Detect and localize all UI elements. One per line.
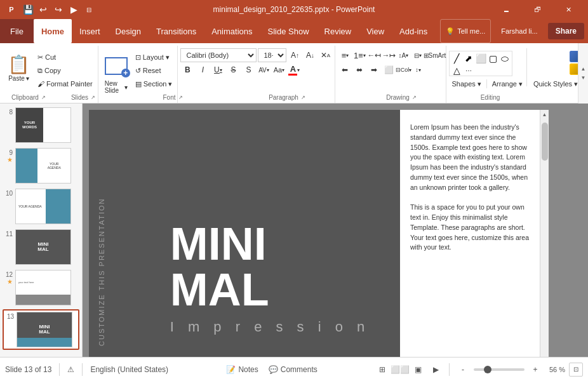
slide-thumb-13[interactable]: 13 MINI MAL	[3, 309, 79, 350]
accessibility-icon: ⚠	[67, 365, 74, 374]
decrease-font-size-button[interactable]: A↓	[303, 48, 317, 62]
notes-button[interactable]: 📝 Notes	[222, 364, 262, 375]
menu-design[interactable]: Design	[108, 19, 149, 43]
menu-user[interactable]: Farshad li...	[493, 19, 545, 43]
menu-slideshow[interactable]: Slide Show	[260, 19, 316, 43]
slide-thumb-10[interactable]: 10 YOUR AGENDA	[3, 187, 79, 225]
shape-rect-item[interactable]: ⬜	[475, 53, 486, 64]
slide-panel[interactable]: 8 YOURWORDS 9 ★ YOUR	[0, 104, 83, 357]
accessibility-button[interactable]: ⚠	[67, 365, 74, 374]
convert-smartart-button[interactable]: ⊞SmArt	[425, 48, 443, 62]
menu-home[interactable]: Home	[34, 19, 72, 43]
redo-icon[interactable]: ↪	[52, 3, 65, 16]
cut-icon: ✂	[37, 53, 43, 62]
decrease-indent-button[interactable]: ←↤	[367, 48, 381, 62]
slide-thumb-8[interactable]: 8 YOURWORDS	[3, 106, 79, 144]
cut-button[interactable]: ✂ Cut	[35, 51, 95, 64]
status-divider-1	[59, 363, 60, 376]
bold-button[interactable]: B	[180, 63, 194, 77]
slide-thumb-11[interactable]: 11 MINI MAL	[3, 228, 79, 266]
increase-font-size-button[interactable]: A↑	[288, 48, 302, 62]
copy-button[interactable]: ⧉ Copy	[35, 64, 95, 77]
numbering-button[interactable]: 1≡ ▾	[352, 48, 366, 62]
menu-file[interactable]: File	[0, 19, 34, 43]
underline-button[interactable]: U ▾	[211, 63, 225, 77]
italic-button[interactable]: I	[196, 63, 210, 77]
undo-icon[interactable]: ↩	[37, 3, 50, 16]
slide-canvas[interactable]: CUSTOMIZE THIS PRESENTATION MINI MAL I m…	[89, 110, 540, 357]
justify-button[interactable]: ⬜	[382, 63, 396, 77]
canvas-scroll-up[interactable]: ▲	[540, 110, 549, 119]
arrange-button[interactable]: Arrange ▾	[490, 77, 525, 90]
menu-addins[interactable]: Add-ins	[392, 19, 435, 43]
menu-review[interactable]: Review	[317, 19, 359, 43]
font-color-button[interactable]: A ▾	[287, 63, 301, 77]
fit-slide-button[interactable]: ⊡	[569, 363, 583, 377]
strikethrough-button[interactable]: S	[226, 63, 240, 77]
maximize-button[interactable]: 🗗	[523, 0, 552, 19]
zoom-slider[interactable]	[474, 368, 525, 371]
slide-thumb-9[interactable]: 9 ★ YOURAGENDA	[3, 147, 79, 185]
align-left-button[interactable]: ⬅	[338, 63, 352, 77]
slide-thumb-12[interactable]: 12 ★ your text here	[3, 269, 79, 307]
shape-line-item[interactable]: ╱	[451, 53, 462, 64]
clear-format-button[interactable]: ✕A	[318, 48, 332, 62]
view-normal-button[interactable]: ⊞	[375, 363, 389, 377]
save-icon[interactable]: 💾	[22, 3, 34, 16]
section-button[interactable]: ▤ Section ▾	[133, 77, 175, 90]
format-painter-button[interactable]: 🖌 Format Painter	[35, 77, 95, 90]
ribbon: 📋 Paste ▾ ✂ Cut ⧉ Copy 🖌 Format Painter	[0, 43, 588, 104]
text-direction-button[interactable]: ↕A ▾	[396, 48, 410, 62]
view-slideshow-button[interactable]: ▶	[429, 363, 443, 377]
layout-button[interactable]: ⊡ Layout ▾	[133, 51, 175, 64]
paragraph-expand-icon[interactable]: ↗	[301, 95, 305, 100]
quick-styles-button[interactable]: Quick Styles ▾	[531, 77, 580, 90]
zoom-out-button[interactable]: -	[456, 363, 470, 377]
shape-triangle-item[interactable]: △	[451, 65, 462, 76]
paragraph-row2: ⬅ ⬌ ➡ ⬜ ⊟Col ▾ ↕ ▾	[338, 63, 443, 77]
comments-icon: 💬	[269, 365, 278, 374]
presentation-icon[interactable]: ▶	[67, 3, 80, 16]
view-reading-button[interactable]: ▣	[411, 363, 425, 377]
paragraph-row1: ≡ ▾ 1≡ ▾ ←↤ →↦ ↕A ▾ ⊟ ▾ ⊞SmArt	[338, 48, 443, 62]
zoom-in-button[interactable]: +	[528, 363, 542, 377]
reset-button[interactable]: ↺ Reset	[133, 64, 175, 77]
line-spacing-button[interactable]: ↕ ▾	[411, 63, 425, 77]
view-slide-sorter-button[interactable]: ⬜⬜	[393, 363, 407, 377]
font-size-select[interactable]: 18+	[258, 48, 286, 62]
shape-oval-item[interactable]: ⬭	[499, 53, 511, 64]
menu-insert[interactable]: Insert	[72, 19, 108, 43]
menu-animations[interactable]: Animations	[204, 19, 260, 43]
align-center-button[interactable]: ⬌	[352, 63, 366, 77]
menu-search[interactable]: 💡 Tell me...	[440, 19, 491, 43]
shape-more-item[interactable]: ⋯	[463, 65, 474, 76]
paste-button[interactable]: 📋 Paste ▾	[3, 48, 35, 88]
increase-indent-button[interactable]: →↦	[382, 48, 396, 62]
slide-canvas-area: CUSTOMIZE THIS PRESENTATION MINI MAL I m…	[83, 104, 588, 357]
canvas-scroll-thumb[interactable]	[542, 123, 548, 161]
shapes-button[interactable]: Shapes ▾	[449, 77, 483, 90]
change-case-button[interactable]: Aa ▾	[272, 63, 286, 77]
close-button[interactable]: ✕	[554, 0, 583, 19]
ribbon-scroll-down[interactable]: ▼	[579, 74, 588, 83]
shape-rounded-item[interactable]: ▢	[487, 53, 498, 64]
columns-button[interactable]: ⊟Col ▾	[396, 63, 410, 77]
comments-button[interactable]: 💬 Comments	[265, 364, 321, 375]
shape-arrow-item[interactable]: ⬈	[463, 53, 474, 64]
clipboard-expand-icon[interactable]: ↗	[41, 95, 46, 100]
bullets-button[interactable]: ≡ ▾	[338, 48, 352, 62]
font-name-select[interactable]: Calibri (Body)	[180, 48, 257, 62]
status-divider-2	[82, 363, 83, 376]
menu-view[interactable]: View	[359, 19, 392, 43]
font-expand-icon[interactable]: ↗	[178, 95, 183, 100]
ribbon-scroll-up[interactable]: ▲	[579, 65, 588, 74]
text-shadow-button[interactable]: S	[241, 63, 255, 77]
char-spacing-button[interactable]: AV▾	[257, 63, 271, 77]
customize-icon[interactable]: ⊟	[83, 3, 95, 16]
menu-transitions[interactable]: Transitions	[149, 19, 204, 43]
drawing-expand-icon[interactable]: ↗	[412, 95, 417, 100]
share-button[interactable]: Share	[548, 23, 584, 39]
slides-expand-icon[interactable]: ↗	[91, 95, 95, 100]
minimize-button[interactable]: 🗕	[492, 0, 521, 19]
align-right-button[interactable]: ➡	[367, 63, 381, 77]
